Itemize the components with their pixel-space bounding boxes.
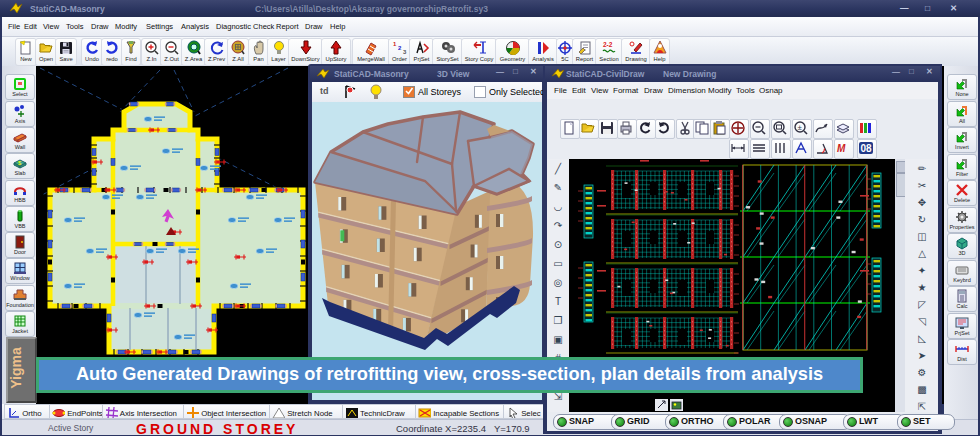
svg-text:08: 08 <box>861 143 873 154</box>
svg-text:3: 3 <box>403 49 407 55</box>
svg-text:2: 2 <box>398 45 402 51</box>
svg-text:2-2: 2-2 <box>603 41 613 48</box>
svg-text:1: 1 <box>393 41 397 47</box>
svg-text:M: M <box>837 143 846 154</box>
svg-text:±: ± <box>798 123 803 132</box>
